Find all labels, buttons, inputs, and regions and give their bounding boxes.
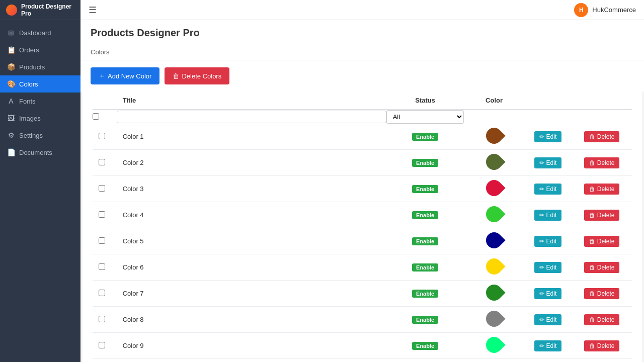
title-filter-input[interactable] (117, 111, 386, 123)
status-filter-select[interactable]: AllEnableDisable (386, 110, 464, 124)
delete-colors-button[interactable]: 🗑 Delete Colors (165, 67, 229, 84)
delete-button-6[interactable]: 🗑 Delete (584, 262, 619, 273)
sidebar-item-label: Dashboard (19, 29, 51, 37)
table-row: Color 10 Enable ✏ Edit 🗑 Delete (93, 359, 632, 363)
sidebar-item-images[interactable]: 🖼Images (0, 110, 80, 127)
row-status-8: Enable (386, 307, 464, 333)
page-title: Products Designer Pro (91, 27, 634, 39)
sidebar-item-products[interactable]: 📦Products (0, 58, 80, 75)
page-title-bar: Products Designer Pro (80, 20, 644, 44)
edit-button-6[interactable]: ✏ Edit (534, 262, 561, 273)
menu-toggle-icon[interactable]: ☰ (89, 5, 97, 16)
row-color-6 (464, 254, 524, 281)
content-area: Products Designer Pro Colors ＋ Add New C… (80, 20, 644, 362)
row-title-6: Color 6 (117, 254, 386, 281)
row-status-6: Enable (386, 254, 464, 281)
table-row: Color 2 Enable ✏ Edit 🗑 Delete (93, 150, 632, 176)
edit-button-7[interactable]: ✏ Edit (534, 288, 561, 299)
topbar-left: ☰ (89, 5, 97, 16)
edit-button-5[interactable]: ✏ Edit (534, 236, 561, 247)
color-swatch-1 (482, 124, 505, 147)
color-swatch-7 (482, 281, 505, 304)
delete-button-9[interactable]: 🗑 Delete (584, 340, 619, 351)
images-icon: 🖼 (7, 114, 15, 122)
sidebar: Product Designer Pro ⊞Dashboard📋Orders📦P… (0, 0, 80, 362)
row-title-1: Color 1 (117, 124, 386, 150)
edit-button-2[interactable]: ✏ Edit (534, 157, 561, 168)
table-row: Color 3 Enable ✏ Edit 🗑 Delete (93, 176, 632, 202)
trash-icon: 🗑 (173, 72, 179, 80)
row-checkbox-5[interactable] (99, 237, 105, 244)
delete-button-5[interactable]: 🗑 Delete (584, 236, 619, 247)
row-title-10: Color 10 (117, 359, 386, 363)
delete-colors-label: Delete Colors (182, 72, 221, 80)
edit-button-4[interactable]: ✏ Edit (534, 210, 561, 221)
row-title-3: Color 3 (117, 176, 386, 202)
dashboard-icon: ⊞ (7, 29, 15, 37)
delete-button-2[interactable]: 🗑 Delete (584, 157, 619, 168)
row-color-1 (464, 124, 524, 150)
documents-icon: 📄 (7, 148, 15, 156)
add-color-button[interactable]: ＋ Add New Color (91, 67, 159, 84)
row-checkbox-7[interactable] (99, 290, 105, 296)
row-checkbox-4[interactable] (99, 211, 105, 218)
color-swatch-8 (482, 307, 505, 330)
table-row: Color 7 Enable ✏ Edit 🗑 Delete (93, 281, 632, 307)
fonts-icon: A (7, 97, 15, 105)
add-color-label: Add New Color (108, 72, 151, 80)
col-header-status: Status (386, 92, 464, 110)
color-swatch-6 (482, 255, 505, 278)
table-row: Color 6 Enable ✏ Edit 🗑 Delete (93, 254, 632, 281)
edit-button-3[interactable]: ✏ Edit (534, 184, 561, 195)
row-status-7: Enable (386, 281, 464, 307)
row-checkbox-2[interactable] (99, 159, 105, 165)
sidebar-item-dashboard[interactable]: ⊞Dashboard (0, 24, 80, 41)
edit-button-9[interactable]: ✏ Edit (534, 340, 561, 351)
row-status-3: Enable (386, 176, 464, 202)
color-swatch-10 (482, 359, 505, 362)
delete-button-1[interactable]: 🗑 Delete (584, 131, 619, 142)
row-color-9 (464, 333, 524, 359)
sidebar-nav: ⊞Dashboard📋Orders📦Products🎨ColorsAFonts🖼… (0, 20, 80, 362)
col-header-delete (572, 92, 632, 110)
row-checkbox-9[interactable] (99, 342, 105, 348)
edit-button-1[interactable]: ✏ Edit (534, 131, 561, 142)
row-color-10 (464, 359, 524, 363)
sidebar-item-label: Fonts (19, 98, 36, 105)
row-status-4: Enable (386, 202, 464, 228)
sidebar-item-orders[interactable]: 📋Orders (0, 41, 80, 58)
sidebar-item-label: Settings (19, 132, 43, 139)
sidebar-item-colors[interactable]: 🎨Colors (0, 75, 80, 93)
table-row: Color 9 Enable ✏ Edit 🗑 Delete (93, 333, 632, 359)
select-all-checkbox[interactable] (93, 113, 99, 120)
delete-button-7[interactable]: 🗑 Delete (584, 288, 619, 299)
col-header-check (93, 92, 117, 110)
col-header-title: Title (117, 92, 386, 110)
row-checkbox-6[interactable] (99, 263, 105, 270)
breadcrumb: Colors (80, 44, 644, 60)
row-title-7: Color 7 (117, 281, 386, 307)
color-swatch-4 (482, 203, 505, 225)
sidebar-item-documents[interactable]: 📄Documents (0, 144, 80, 161)
row-status-1: Enable (386, 124, 464, 150)
sidebar-item-settings[interactable]: ⚙Settings (0, 127, 80, 144)
table-container: Title Status Color (83, 92, 642, 362)
delete-button-8[interactable]: 🗑 Delete (584, 314, 619, 325)
action-bar: ＋ Add New Color 🗑 Delete Colors (80, 60, 644, 92)
row-color-4 (464, 202, 524, 228)
delete-button-3[interactable]: 🗑 Delete (584, 184, 619, 195)
breadcrumb-text: Colors (91, 48, 110, 56)
row-title-2: Color 2 (117, 150, 386, 176)
delete-button-4[interactable]: 🗑 Delete (584, 210, 619, 221)
row-status-10: Enable (386, 359, 464, 363)
topbar: ☰ H HukCommerce (80, 0, 644, 20)
sidebar-item-fonts[interactable]: AFonts (0, 93, 80, 110)
sidebar-item-label: Orders (19, 46, 39, 54)
app-logo (6, 5, 17, 16)
row-checkbox-8[interactable] (99, 316, 105, 322)
row-checkbox-1[interactable] (99, 133, 105, 139)
edit-button-8[interactable]: ✏ Edit (534, 314, 561, 325)
avatar-initial: H (579, 7, 584, 14)
row-checkbox-3[interactable] (99, 185, 105, 192)
username: HukCommerce (592, 6, 636, 14)
